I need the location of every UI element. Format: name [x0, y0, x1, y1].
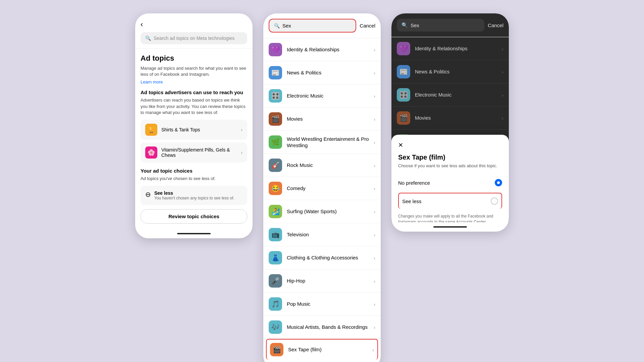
topic-icon: 📺	[269, 228, 282, 241]
topic-icon: 👗	[269, 251, 282, 264]
chevron-right-icon: ›	[374, 70, 375, 76]
topic-icon: 💜	[269, 43, 282, 56]
chevron-right-icon: ›	[374, 93, 375, 99]
table-row[interactable]: 🎵 Pop Music ›	[263, 293, 381, 316]
table-row[interactable]: 📰 News & Politics ›	[263, 61, 381, 84]
section1-desc: Advertisers can reach you based on topic…	[141, 97, 247, 116]
chevron-right-icon: ›	[374, 255, 375, 261]
table-row[interactable]: 💜 Identity & Relationships ›	[263, 38, 381, 61]
chevron-right-icon: ›	[374, 47, 375, 53]
search-placeholder: Search ad topics on Meta technologies	[154, 36, 234, 41]
topic-icon: 😂	[269, 182, 282, 195]
topic-label: Movies	[415, 115, 502, 121]
chevron-right-icon: ›	[374, 139, 375, 145]
topic-label: Rock Music	[287, 162, 374, 169]
topic-icon: 🌿	[269, 135, 282, 149]
topic-label: Identity & Relationships	[415, 45, 502, 52]
topic-icon: 🎤	[269, 274, 282, 288]
table-row[interactable]: 🎛️ Electronic Music ›	[263, 84, 381, 108]
chevron-right-icon: ›	[374, 232, 375, 238]
sheet-option[interactable]: No preference	[398, 174, 502, 191]
see-less-box: ⊖ See less You haven't chosen any topics…	[141, 186, 247, 205]
topic-list-screen1: 🏆 Shirts & Tank Tops › 🌸 Vitamin/Supplem…	[141, 120, 247, 163]
sheet-option[interactable]: See less	[398, 193, 502, 209]
chevron-right-icon: ›	[374, 186, 375, 191]
search-bar-screen3[interactable]: 🔍 Sex	[397, 19, 484, 32]
table-row[interactable]: 🎸 Rock Music ›	[263, 154, 381, 177]
ad-topics-desc: Manage ad topics and search for what you…	[141, 65, 247, 77]
topic-label: Surfing (Water Sports)	[287, 208, 374, 215]
home-indicator-2	[263, 360, 381, 362]
cancel-button-screen3[interactable]: Cancel	[488, 22, 503, 28]
radio-button[interactable]	[495, 179, 502, 186]
topic-label: Comedy	[287, 185, 374, 192]
search-bar-screen1[interactable]: 🔍 Search ad topics on Meta technologies	[141, 32, 247, 44]
topic-icon: 🏄	[269, 205, 282, 218]
table-row[interactable]: 🎤 Hip-Hop ›	[263, 269, 381, 293]
home-bar-3	[433, 226, 467, 228]
topic-icon: 🏆	[145, 124, 157, 136]
sheet-options: No preference See less	[398, 174, 502, 209]
topic-icon: 🎸	[269, 159, 282, 172]
topic-icon: 🎶	[269, 320, 282, 334]
list-item[interactable]: 🌸 Vitamin/Supplement Pills, Gels & Chews…	[141, 142, 247, 163]
see-less-label: See less	[154, 190, 234, 196]
list-item[interactable]: 🏆 Shirts & Tank Tops ›	[141, 120, 247, 140]
chevron-right-icon: ›	[374, 278, 375, 284]
topic-label: Musical Artists, Bands & Recordings	[287, 324, 374, 330]
table-row[interactable]: 🎬 Movies ›	[391, 107, 509, 130]
chevron-right-icon: ›	[374, 301, 375, 307]
search-text: Sex	[282, 23, 291, 28]
search-bar-active[interactable]: 🔍 Sex	[269, 19, 356, 33]
table-row[interactable]: 💜 Identity & Relationships ›	[391, 37, 509, 60]
review-topic-choices-button[interactable]: Review topic choices	[141, 209, 247, 224]
ad-topics-title: Ad topics	[141, 54, 247, 63]
search-text-screen3: Sex	[411, 22, 419, 28]
table-row[interactable]: 🎶 Musical Artists, Bands & Recordings ›	[263, 316, 381, 339]
table-row[interactable]: 🏄 Surfing (Water Sports) ›	[263, 200, 381, 223]
search-results-list: 💜 Identity & Relationships › 📰 News & Po…	[263, 38, 381, 360]
topic-label: News & Politics	[415, 68, 502, 75]
topic-icon: 🎵	[269, 297, 282, 311]
screen3-phone: 🔍 Sex Cancel 💜 Identity & Relationships …	[391, 13, 509, 232]
topic-label: Identity & Relationships	[287, 46, 374, 53]
table-row[interactable]: 🎬 Movies ›	[263, 108, 381, 131]
screen2-header: 🔍 Sex Cancel	[263, 13, 381, 38]
chevron-right-icon: ›	[374, 209, 375, 215]
topic-label: Electronic Music	[287, 93, 374, 99]
screen3-header: 🔍 Sex Cancel	[391, 13, 509, 37]
table-row[interactable]: 📺 Television ›	[263, 223, 381, 246]
topic-label: Pop Music	[287, 301, 374, 307]
chevron-right-icon: ›	[502, 69, 503, 75]
topic-icon: 🎛️	[269, 89, 282, 103]
topic-label: World Wrestling Entertainment & Pro Wres…	[287, 136, 374, 149]
choices-title: Your ad topic choices	[141, 168, 247, 174]
cancel-button-screen2[interactable]: Cancel	[360, 23, 375, 28]
search-icon-active: 🔍	[274, 23, 280, 28]
chevron-right-icon: ›	[374, 324, 375, 330]
chevron-right-icon: ›	[241, 127, 243, 132]
home-indicator	[135, 229, 253, 238]
choices-desc: Ad topics you've chosen to see less of.	[141, 176, 247, 182]
radio-button[interactable]	[491, 197, 498, 205]
topic-label: Hip-Hop	[287, 278, 374, 284]
topic-icon: 🎛️	[397, 88, 410, 102]
close-icon[interactable]: ✕	[398, 141, 403, 149]
topic-label: Electronic Music	[415, 92, 502, 98]
see-less-sub: You haven't chosen any topics to see les…	[154, 196, 234, 200]
screen2-phone: 🔍 Sex Cancel 💜 Identity & Relationships …	[263, 13, 381, 362]
table-row[interactable]: 📰 News & Politics ›	[391, 60, 509, 83]
topic-label: Television	[287, 231, 374, 238]
home-bar	[177, 233, 211, 234]
table-row[interactable]: 🎬 Sex Tape (film) ›	[266, 339, 378, 360]
topic-icon: 💜	[397, 42, 410, 55]
topic-label: Vitamin/Supplement Pills, Gels & Chews	[161, 147, 241, 158]
table-row[interactable]: 🎛️ Electronic Music ›	[391, 83, 509, 107]
table-row[interactable]: 😂 Comedy ›	[263, 177, 381, 200]
table-row[interactable]: 🌿 World Wrestling Entertainment & Pro Wr…	[263, 131, 381, 154]
back-button[interactable]: ‹	[141, 20, 247, 29]
topic-icon: 📰	[269, 66, 282, 79]
circle-minus-icon: ⊖	[145, 190, 151, 198]
learn-more-link[interactable]: Learn more	[141, 79, 163, 84]
table-row[interactable]: 👗 Clothing & Clothing Accessories ›	[263, 246, 381, 269]
